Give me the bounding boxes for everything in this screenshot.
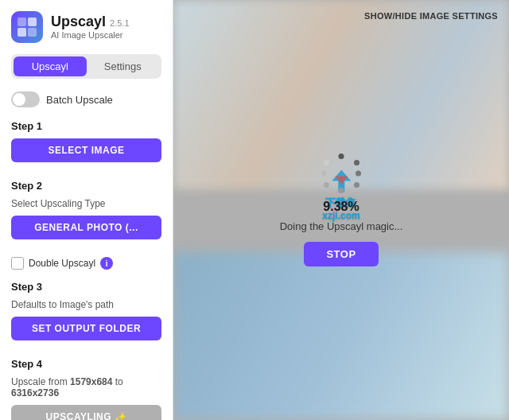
double-upscayl-label: Double Upscayl: [29, 258, 95, 269]
show-hide-image-settings-button[interactable]: SHOW/HIDE IMAGE SETTINGS: [364, 11, 498, 21]
spinner-dot-1: [339, 154, 344, 159]
upscayling-button[interactable]: UPSCAYLING ✨: [11, 405, 161, 420]
select-image-button[interactable]: SELECT IMAGE: [11, 138, 161, 162]
step3-sublabel: Defaults to Image's path: [11, 299, 161, 310]
step4-heading: Step 4: [11, 358, 161, 370]
app-name: Upscayl: [51, 14, 106, 30]
upscaling-type-button[interactable]: GENERAL PHOTO (...: [11, 216, 161, 239]
svg-rect-2: [17, 28, 26, 37]
spinner-dot-7: [321, 171, 327, 177]
loading-spinner: [321, 154, 361, 193]
spinner-dot-4: [354, 182, 359, 188]
sidebar: Upscayl 2.5.1 AI Image Upscaler Upscayl …: [0, 0, 173, 420]
svg-rect-3: [28, 28, 37, 37]
app-title-block: Upscayl 2.5.1 AI Image Upscaler: [51, 14, 130, 40]
spinner-dot-3: [356, 171, 361, 177]
step2-heading: Step 2: [11, 180, 161, 192]
app-version: 2.5.1: [110, 18, 129, 28]
step3-section: Step 3 Defaults to Image's path SET OUTP…: [11, 281, 161, 352]
step2-sublabel: Select Upscaling Type: [11, 198, 161, 209]
app-logo: [11, 11, 43, 43]
svg-rect-1: [28, 18, 37, 26]
image-preview: 下载集 xzji.com 9.38% Doing the Upscayl mag…: [173, 0, 509, 420]
spinner-dot-2: [354, 160, 359, 165]
progress-percent: 9.38%: [323, 200, 359, 214]
info-icon[interactable]: i: [100, 257, 113, 270]
tab-upscayl[interactable]: Upscayl: [14, 56, 87, 76]
spinner-dot-8: [324, 160, 329, 165]
step3-heading: Step 3: [11, 281, 161, 293]
main-area: SHOW/HIDE IMAGE SETTINGS 下载集 xzji.com: [173, 0, 509, 420]
top-bar: SHOW/HIDE IMAGE SETTINGS: [353, 0, 509, 30]
spinner-dot-5: [339, 188, 344, 193]
set-output-folder-button[interactable]: SET OUTPUT FOLDER: [11, 317, 161, 340]
step1-section: Step 1 SELECT IMAGE: [11, 120, 161, 173]
svg-rect-0: [17, 18, 26, 26]
step2-section: Step 2 Select Upscaling Type GENERAL PHO…: [11, 180, 161, 251]
progress-message: Doing the Upscayl magic...: [280, 220, 403, 232]
app-header: Upscayl 2.5.1 AI Image Upscaler: [11, 11, 161, 43]
step1-heading: Step 1: [11, 120, 161, 132]
step4-section: Step 4 Upscale from 1579x684 to 6316x273…: [11, 358, 161, 420]
double-upscayl-checkbox[interactable]: [11, 257, 24, 270]
batch-upscale-toggle[interactable]: [11, 91, 40, 107]
stop-button[interactable]: STOP: [304, 242, 378, 266]
tab-bar: Upscayl Settings: [11, 54, 161, 79]
batch-upscale-row: Batch Upscale: [11, 91, 161, 107]
double-upscayl-row: Double Upscayl i: [11, 257, 161, 270]
tab-settings[interactable]: Settings: [87, 56, 160, 76]
progress-overlay: 9.38% Doing the Upscayl magic... STOP: [173, 0, 509, 420]
step4-sublabel: Upscale from 1579x684 to 6316x2736: [11, 376, 161, 399]
batch-upscale-label: Batch Upscale: [46, 94, 113, 106]
spinner-dot-6: [324, 182, 329, 188]
app-subtitle: AI Image Upscaler: [51, 30, 130, 40]
